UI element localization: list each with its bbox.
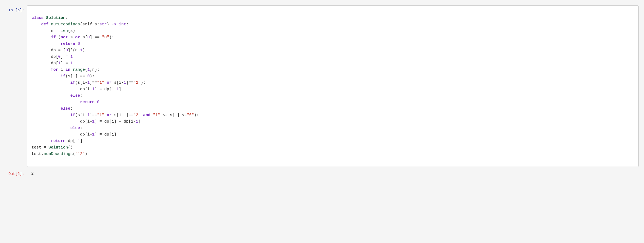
cell-6: In [6]: class Solution: def numDecodings… bbox=[5, 5, 639, 179]
notebook: In [6]: class Solution: def numDecodings… bbox=[0, 0, 644, 243]
output-value: 2 bbox=[27, 169, 639, 179]
cell-output-row: Out[6]: 2 bbox=[5, 169, 639, 179]
code-block[interactable]: class Solution: def numDecodings(self,s:… bbox=[27, 5, 639, 167]
cell-input-label: In [6]: bbox=[5, 5, 27, 12]
cell-output-label: Out[6]: bbox=[5, 169, 27, 176]
cell-input-row: In [6]: class Solution: def numDecodings… bbox=[5, 5, 639, 167]
